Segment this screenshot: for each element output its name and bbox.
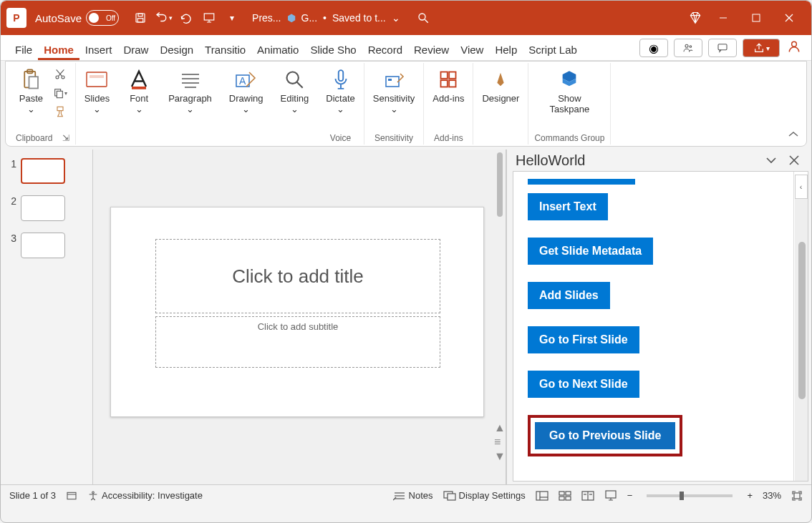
- subtitle-placeholder[interactable]: Click to add subtitle: [155, 316, 440, 368]
- zoom-value[interactable]: 33%: [763, 490, 781, 501]
- autosave-state: Off: [106, 14, 115, 22]
- slide-thumb-1[interactable]: [21, 158, 65, 184]
- tab-draw[interactable]: Draw: [117, 39, 154, 60]
- format-painter-icon[interactable]: [52, 104, 69, 119]
- slideshow-view-icon[interactable]: [604, 490, 617, 502]
- svg-rect-51: [566, 492, 571, 495]
- diamond-icon[interactable]: [685, 8, 705, 28]
- tab-record[interactable]: Record: [362, 39, 408, 60]
- add-slides-button[interactable]: Add Slides: [528, 282, 610, 309]
- search-icon[interactable]: [413, 8, 433, 28]
- scroll-thumb[interactable]: [497, 152, 503, 217]
- slide-thumb-2[interactable]: [21, 195, 65, 221]
- editing-label: Editing: [281, 93, 309, 104]
- notes-button[interactable]: Notes: [393, 490, 433, 501]
- voice-group-label: Voice: [330, 132, 351, 143]
- redo-icon[interactable]: [176, 8, 196, 28]
- cut-icon[interactable]: [52, 67, 69, 82]
- ribbon-collapse-icon[interactable]: [788, 129, 799, 142]
- addins-button[interactable]: Add-ins: [430, 66, 467, 105]
- sensitivity-button[interactable]: Sensitivity⌄: [370, 66, 418, 116]
- dictate-button[interactable]: Dictate⌄: [323, 66, 357, 116]
- maximize-button[interactable]: [740, 6, 773, 29]
- go-to-next-slide-button[interactable]: Go to Next Slide: [528, 371, 639, 398]
- taskpane-dropdown-icon[interactable]: [763, 152, 780, 169]
- editing-button[interactable]: Editing⌄: [278, 66, 312, 116]
- undo-icon[interactable]: ▾: [153, 8, 173, 28]
- insert-text-button[interactable]: Insert Text: [528, 193, 608, 220]
- taskpane-close-icon[interactable]: [786, 152, 803, 169]
- addins-icon: [436, 67, 460, 92]
- taskpane-scroll-thumb[interactable]: [798, 242, 806, 399]
- get-slide-metadata-button[interactable]: Get Slide Metadata: [528, 238, 653, 265]
- tab-home[interactable]: Home: [38, 39, 79, 60]
- slide-thumb-3[interactable]: [21, 233, 65, 258]
- autosave-toggle[interactable]: Off: [86, 10, 119, 26]
- scroll-splitter-icon[interactable]: ≡: [494, 436, 506, 449]
- scroll-down-icon[interactable]: ▼: [494, 450, 506, 463]
- task-pane: HelloWorld Insert Text Get Slide Metadat…: [506, 150, 811, 484]
- taskpane-icon: [557, 67, 581, 92]
- slide-counter[interactable]: Slide 1 of 3: [9, 490, 56, 501]
- language-icon[interactable]: [66, 490, 77, 502]
- show-taskpane-label-2: Taskpane: [550, 104, 590, 114]
- qa-overflow-icon[interactable]: ▾: [222, 8, 242, 28]
- present-icon[interactable]: [199, 8, 219, 28]
- slide-thumbnails: 1 2 3: [1, 150, 92, 484]
- display-settings-button[interactable]: Display Settings: [443, 490, 526, 501]
- show-taskpane-button[interactable]: Show Taskpane: [547, 66, 593, 116]
- close-button[interactable]: [773, 6, 806, 29]
- comments-button[interactable]: [708, 39, 737, 57]
- sorter-view-icon[interactable]: [559, 491, 571, 501]
- tab-transitions[interactable]: Transitio: [199, 39, 251, 60]
- tab-slideshow[interactable]: Slide Sho: [304, 39, 362, 60]
- scroll-up-icon[interactable]: ▲: [494, 421, 506, 434]
- paragraph-button[interactable]: Paragraph⌄: [165, 66, 215, 116]
- svg-point-4: [419, 14, 425, 20]
- svg-rect-52: [559, 497, 564, 500]
- minimize-button[interactable]: [707, 6, 740, 29]
- font-button[interactable]: Font⌄: [124, 66, 154, 116]
- save-status-chev[interactable]: ⌄: [392, 12, 400, 24]
- tab-help[interactable]: Help: [489, 39, 523, 60]
- reading-view-icon[interactable]: [581, 491, 594, 501]
- zoom-out-icon[interactable]: −: [627, 490, 633, 501]
- tab-design[interactable]: Design: [154, 39, 199, 60]
- svg-rect-36: [441, 80, 448, 87]
- canvas-scrollbar[interactable]: ▲ ≡ ▼: [494, 150, 506, 484]
- highlighted-action: Go to Previous Slide: [528, 415, 682, 456]
- save-icon[interactable]: [130, 8, 150, 28]
- title-placeholder[interactable]: Click to add title: [155, 239, 440, 313]
- go-to-previous-slide-button[interactable]: Go to Previous Slide: [535, 422, 675, 449]
- slide[interactable]: Click to add title Click to add subtitle: [110, 207, 484, 417]
- tab-animations[interactable]: Animatio: [251, 39, 304, 60]
- doc-name[interactable]: Pres...: [252, 12, 281, 24]
- slides-button[interactable]: Slides⌄: [82, 66, 112, 116]
- normal-view-icon[interactable]: [536, 491, 548, 501]
- taskpane-expand-icon[interactable]: ‹: [795, 175, 808, 199]
- share-button[interactable]: ▾: [743, 39, 780, 57]
- drawing-icon: A: [234, 67, 258, 92]
- taskpane-scrollbar[interactable]: [795, 199, 808, 481]
- tab-view[interactable]: View: [455, 39, 489, 60]
- copy-icon[interactable]: ▾: [52, 86, 69, 100]
- account-icon[interactable]: [786, 39, 803, 57]
- zoom-slider[interactable]: [647, 494, 733, 497]
- tab-insert[interactable]: Insert: [79, 39, 118, 60]
- teams-button[interactable]: [674, 39, 702, 57]
- tab-scriptlab[interactable]: Script Lab: [523, 39, 583, 60]
- paste-button[interactable]: Paste ⌄: [16, 66, 46, 116]
- clipboard-launcher-icon[interactable]: ⇲: [62, 133, 69, 143]
- designer-label: Designer: [482, 93, 519, 104]
- tab-file[interactable]: File: [9, 39, 38, 60]
- accessibility-button[interactable]: Accessibility: Investigate: [87, 490, 203, 502]
- clipped-button-top[interactable]: [528, 179, 635, 185]
- drawing-button[interactable]: A Drawing⌄: [226, 66, 266, 116]
- fit-window-icon[interactable]: [791, 490, 803, 502]
- designer-button[interactable]: Designer: [479, 66, 522, 105]
- tab-review[interactable]: Review: [408, 39, 455, 60]
- record-indicator-button[interactable]: ◉: [639, 39, 668, 57]
- group-commands: Show Taskpane Commands Group: [528, 63, 611, 145]
- zoom-in-icon[interactable]: +: [747, 490, 753, 501]
- go-to-first-slide-button[interactable]: Go to First Slide: [528, 326, 639, 353]
